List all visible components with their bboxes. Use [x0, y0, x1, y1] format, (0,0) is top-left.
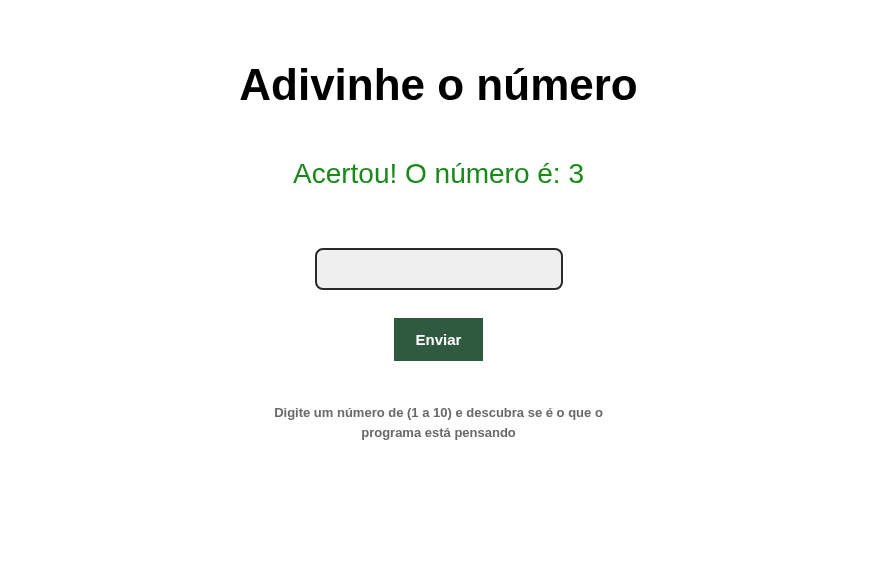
page-title: Adivinhe o número	[239, 60, 637, 110]
guess-input[interactable]	[315, 248, 563, 290]
result-message: Acertou! O número é: 3	[293, 158, 584, 190]
submit-button[interactable]: Enviar	[394, 318, 484, 361]
instructions-text: Digite um número de (1 a 10) e descubra …	[259, 403, 619, 442]
